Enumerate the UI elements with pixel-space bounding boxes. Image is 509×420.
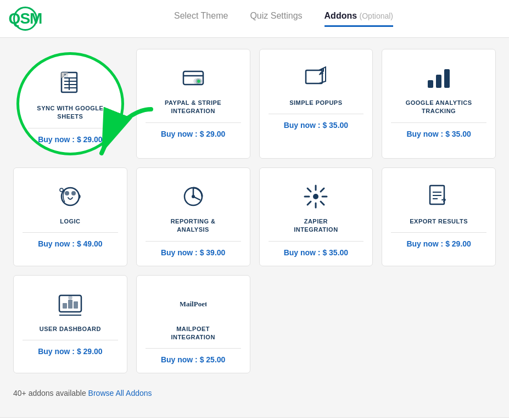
svg-line-29 [307,188,311,192]
svg-rect-42 [74,301,78,309]
addon-divider [146,122,241,123]
logo-circle: QSM [13,7,37,31]
svg-line-31 [321,188,324,192]
addon-name-simple-popups: SIMPLE POPUPS [289,99,342,107]
logo-text: QSM [9,10,42,27]
addon-divider [23,340,118,340]
main-nav: Select Theme Quiz Settings Addons (Optio… [71,11,496,27]
svg-rect-40 [63,303,67,309]
addon-name-zapier: ZAPIERINTEGRATION [294,217,338,234]
svg-text:≡: ≡ [64,72,66,76]
addon-card-simple-popups[interactable]: SIMPLE POPUPS Buy now : $ 35.00 [259,49,373,159]
addon-card-paypal-stripe[interactable]: PAYPAL & STRIPEINTEGRATION Buy now : $ 2… [136,49,250,159]
svg-rect-41 [68,300,72,309]
svg-point-20 [65,191,69,195]
addon-name-user-dashboard: USER DASHBOARD [40,325,101,333]
svg-point-22 [60,188,63,192]
svg-point-24 [192,195,195,198]
header: QSM Select Theme Quiz Settings Addons (O… [0,0,509,38]
dashboard-icon [55,289,86,320]
svg-rect-16 [428,80,433,88]
svg-rect-14 [306,70,322,83]
addon-divider [146,348,241,349]
addon-card-mailpoet[interactable]: MailPoet MAILPOETINTEGRATION Buy now : $… [136,275,250,374]
svg-point-13 [197,80,200,83]
svg-text:MailPoet: MailPoet [180,300,206,308]
main-content: ≡ SYNC WITH GOOGLESHEETS Buy now : $ 29.… [0,38,509,417]
addon-price-mailpoet: Buy now : $ 25.00 [161,355,225,364]
addon-name-mailpoet: MAILPOETINTEGRATION [171,325,215,342]
addon-card-google-analytics[interactable]: GOOGLE ANALYTICSTRACKING Buy now : $ 35.… [382,49,496,159]
nav-addons[interactable]: Addons (Optional) [325,11,393,27]
svg-point-33 [313,194,318,199]
addon-card-logic[interactable]: LOGIC Buy now : $ 49.00 [13,167,127,266]
zapier-icon [300,181,331,212]
reporting-icon [178,181,209,212]
browse-all-addons-link[interactable]: Browse All Addons [88,389,152,397]
addon-card-zapier[interactable]: ZAPIERINTEGRATION Buy now : $ 35.00 [259,167,373,266]
logic-icon [55,181,86,212]
addon-card-export[interactable]: EXPORT RESULTS Buy now : $ 29.00 [382,167,496,266]
addon-card-user-dashboard[interactable]: USER DASHBOARD Buy now : $ 29.00 [13,275,127,374]
addon-price-logic: Buy now : $ 49.00 [38,239,102,248]
addon-name-sync-google-sheets: SYNC WITH GOOGLESHEETS [37,104,103,121]
addon-price-export: Buy now : $ 29.00 [406,239,471,248]
nav-quiz-settings[interactable]: Quiz Settings [250,11,302,27]
addon-divider [269,114,364,114]
addon-name-reporting: REPORTING &ANALYSIS [171,217,216,234]
addon-divider [391,232,486,233]
nav-select-theme[interactable]: Select Theme [174,11,228,27]
addon-price-sync-google-sheets: Buy now : $ 29.00 [38,135,102,144]
addon-divider [391,122,486,123]
addons-footer: 40+ addons available Browse All Addons [13,384,496,406]
svg-line-32 [307,201,311,205]
export-icon [423,181,454,212]
addon-card-sync-google-sheets[interactable]: ≡ SYNC WITH GOOGLESHEETS Buy now : $ 29.… [18,53,123,154]
svg-line-30 [321,201,324,205]
svg-rect-17 [436,75,441,88]
addon-divider [269,241,364,242]
addon-price-user-dashboard: Buy now : $ 29.00 [38,347,102,356]
addon-card-reporting[interactable]: REPORTING &ANALYSIS Buy now : $ 39.00 [136,167,250,266]
paypal-stripe-icon [178,63,209,93]
addon-name-logic: LOGIC [60,217,80,226]
addon-price-paypal-stripe: Buy now : $ 29.00 [161,130,225,138]
addon-divider [23,232,118,233]
svg-point-43 [69,296,72,299]
popups-icon [300,63,331,93]
addons-grid: ≡ SYNC WITH GOOGLESHEETS Buy now : $ 29.… [13,49,496,373]
addon-price-zapier: Buy now : $ 35.00 [284,248,348,257]
svg-point-21 [71,191,76,195]
analytics-icon [423,63,454,93]
mailpoet-icon: MailPoet [178,289,209,320]
google-sheets-icon: ≡ [55,68,86,99]
addon-divider [146,241,241,242]
logo: QSM [13,7,38,31]
addon-name-google-analytics: GOOGLE ANALYTICSTRACKING [406,99,472,116]
addon-name-paypal-stripe: PAYPAL & STRIPEINTEGRATION [165,99,221,116]
svg-rect-18 [444,69,450,88]
addon-price-google-analytics: Buy now : $ 35.00 [406,130,471,138]
addon-divider [28,128,113,128]
addon-price-reporting: Buy now : $ 39.00 [161,248,225,257]
addon-price-simple-popups: Buy now : $ 35.00 [284,121,348,130]
bottom-bar: Back Cancel Create Quiz [0,417,509,420]
addon-name-export: EXPORT RESULTS [410,217,468,226]
